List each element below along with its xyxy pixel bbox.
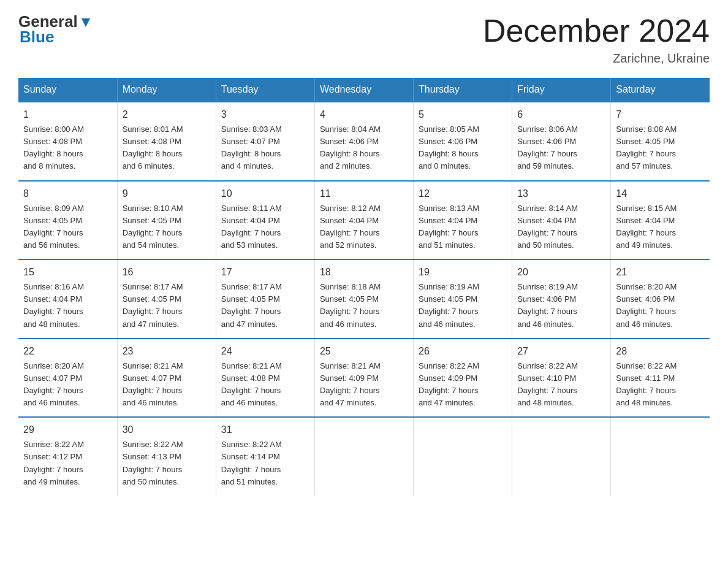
calendar-cell: 15Sunrise: 8:16 AM Sunset: 4:04 PM Dayli… xyxy=(18,259,117,339)
calendar-cell: 23Sunrise: 8:21 AM Sunset: 4:07 PM Dayli… xyxy=(117,339,216,418)
day-info: Sunrise: 8:19 AM Sunset: 4:06 PM Dayligh… xyxy=(517,281,605,331)
calendar-cell: 5Sunrise: 8:05 AM Sunset: 4:06 PM Daylig… xyxy=(414,102,512,181)
calendar-cell: 22Sunrise: 8:20 AM Sunset: 4:07 PM Dayli… xyxy=(18,339,117,418)
weekday-header-friday: Friday xyxy=(512,78,611,102)
calendar-week-row: 8Sunrise: 8:09 AM Sunset: 4:05 PM Daylig… xyxy=(18,181,710,260)
day-info: Sunrise: 8:16 AM Sunset: 4:04 PM Dayligh… xyxy=(23,281,112,331)
day-number: 4 xyxy=(320,107,408,122)
calendar-cell: 28Sunrise: 8:22 AM Sunset: 4:11 PM Dayli… xyxy=(611,339,710,418)
calendar-table: SundayMondayTuesdayWednesdayThursdayFrid… xyxy=(18,78,710,496)
svg-marker-0 xyxy=(82,18,90,27)
day-number: 26 xyxy=(419,344,507,359)
day-info: Sunrise: 8:21 AM Sunset: 4:09 PM Dayligh… xyxy=(320,360,408,410)
day-number: 24 xyxy=(221,344,309,359)
day-info: Sunrise: 8:00 AM Sunset: 4:08 PM Dayligh… xyxy=(23,123,112,173)
day-number: 11 xyxy=(320,186,408,201)
weekday-header-row: SundayMondayTuesdayWednesdayThursdayFrid… xyxy=(18,78,710,102)
day-info: Sunrise: 8:10 AM Sunset: 4:05 PM Dayligh… xyxy=(123,202,211,252)
calendar-cell: 17Sunrise: 8:17 AM Sunset: 4:05 PM Dayli… xyxy=(216,259,314,339)
calendar-cell: 25Sunrise: 8:21 AM Sunset: 4:09 PM Dayli… xyxy=(314,339,413,418)
day-info: Sunrise: 8:05 AM Sunset: 4:06 PM Dayligh… xyxy=(419,123,507,173)
day-number: 19 xyxy=(419,265,507,280)
day-number: 6 xyxy=(517,107,605,122)
day-info: Sunrise: 8:04 AM Sunset: 4:06 PM Dayligh… xyxy=(320,123,408,173)
day-number: 1 xyxy=(23,107,112,122)
day-number: 20 xyxy=(517,265,605,280)
day-number: 2 xyxy=(123,107,211,122)
day-info: Sunrise: 8:22 AM Sunset: 4:14 PM Dayligh… xyxy=(221,439,309,488)
day-info: Sunrise: 8:03 AM Sunset: 4:07 PM Dayligh… xyxy=(221,123,309,173)
calendar-week-row: 15Sunrise: 8:16 AM Sunset: 4:04 PM Dayli… xyxy=(18,259,710,339)
day-info: Sunrise: 8:21 AM Sunset: 4:07 PM Dayligh… xyxy=(123,360,211,410)
day-number: 5 xyxy=(419,107,507,122)
logo: General Blue xyxy=(18,12,93,47)
day-info: Sunrise: 8:20 AM Sunset: 4:06 PM Dayligh… xyxy=(616,281,705,331)
calendar-cell: 8Sunrise: 8:09 AM Sunset: 4:05 PM Daylig… xyxy=(18,181,117,260)
day-number: 23 xyxy=(123,344,211,359)
day-info: Sunrise: 8:12 AM Sunset: 4:04 PM Dayligh… xyxy=(320,202,408,252)
day-info: Sunrise: 8:15 AM Sunset: 4:04 PM Dayligh… xyxy=(616,202,705,252)
day-info: Sunrise: 8:17 AM Sunset: 4:05 PM Dayligh… xyxy=(221,281,309,331)
calendar-cell: 4Sunrise: 8:04 AM Sunset: 4:06 PM Daylig… xyxy=(314,102,413,181)
day-number: 12 xyxy=(419,186,507,201)
calendar-cell: 20Sunrise: 8:19 AM Sunset: 4:06 PM Dayli… xyxy=(512,259,611,339)
calendar-cell: 29Sunrise: 8:22 AM Sunset: 4:12 PM Dayli… xyxy=(18,417,117,496)
calendar-cell: 27Sunrise: 8:22 AM Sunset: 4:10 PM Dayli… xyxy=(512,339,611,418)
calendar-week-row: 1Sunrise: 8:00 AM Sunset: 4:08 PM Daylig… xyxy=(18,102,710,181)
calendar-cell: 16Sunrise: 8:17 AM Sunset: 4:05 PM Dayli… xyxy=(117,259,216,339)
calendar-cell: 24Sunrise: 8:21 AM Sunset: 4:08 PM Dayli… xyxy=(216,339,314,418)
day-info: Sunrise: 8:14 AM Sunset: 4:04 PM Dayligh… xyxy=(517,202,605,252)
weekday-header-tuesday: Tuesday xyxy=(216,78,314,102)
calendar-cell xyxy=(611,417,710,496)
day-info: Sunrise: 8:22 AM Sunset: 4:12 PM Dayligh… xyxy=(23,439,112,488)
day-info: Sunrise: 8:08 AM Sunset: 4:05 PM Dayligh… xyxy=(616,123,705,173)
day-info: Sunrise: 8:17 AM Sunset: 4:05 PM Dayligh… xyxy=(123,281,211,331)
day-info: Sunrise: 8:22 AM Sunset: 4:11 PM Dayligh… xyxy=(616,360,705,410)
calendar-cell: 31Sunrise: 8:22 AM Sunset: 4:14 PM Dayli… xyxy=(216,417,314,496)
day-number: 27 xyxy=(517,344,605,359)
day-number: 15 xyxy=(23,265,112,280)
weekday-header-saturday: Saturday xyxy=(611,78,710,102)
day-info: Sunrise: 8:01 AM Sunset: 4:08 PM Dayligh… xyxy=(123,123,211,173)
calendar-cell xyxy=(414,417,512,496)
calendar-cell: 18Sunrise: 8:18 AM Sunset: 4:05 PM Dayli… xyxy=(314,259,413,339)
weekday-header-sunday: Sunday xyxy=(18,78,117,102)
calendar-title: December 2024 xyxy=(483,12,710,49)
day-info: Sunrise: 8:21 AM Sunset: 4:08 PM Dayligh… xyxy=(221,360,309,410)
calendar-cell: 3Sunrise: 8:03 AM Sunset: 4:07 PM Daylig… xyxy=(216,102,314,181)
calendar-cell: 13Sunrise: 8:14 AM Sunset: 4:04 PM Dayli… xyxy=(512,181,611,260)
calendar-cell: 7Sunrise: 8:08 AM Sunset: 4:05 PM Daylig… xyxy=(611,102,710,181)
day-number: 31 xyxy=(221,423,309,437)
day-number: 18 xyxy=(320,265,408,280)
day-info: Sunrise: 8:22 AM Sunset: 4:09 PM Dayligh… xyxy=(419,360,507,410)
day-number: 22 xyxy=(23,344,112,359)
day-info: Sunrise: 8:19 AM Sunset: 4:05 PM Dayligh… xyxy=(419,281,507,331)
day-info: Sunrise: 8:20 AM Sunset: 4:07 PM Dayligh… xyxy=(23,360,112,410)
calendar-cell: 1Sunrise: 8:00 AM Sunset: 4:08 PM Daylig… xyxy=(18,102,117,181)
calendar-cell: 10Sunrise: 8:11 AM Sunset: 4:04 PM Dayli… xyxy=(216,181,314,260)
day-number: 21 xyxy=(616,265,705,280)
calendar-cell: 12Sunrise: 8:13 AM Sunset: 4:04 PM Dayli… xyxy=(414,181,512,260)
day-number: 17 xyxy=(221,265,309,280)
calendar-week-row: 22Sunrise: 8:20 AM Sunset: 4:07 PM Dayli… xyxy=(18,339,710,418)
calendar-cell: 9Sunrise: 8:10 AM Sunset: 4:05 PM Daylig… xyxy=(117,181,216,260)
day-number: 3 xyxy=(221,107,309,122)
day-info: Sunrise: 8:11 AM Sunset: 4:04 PM Dayligh… xyxy=(221,202,309,252)
day-number: 9 xyxy=(123,186,211,201)
calendar-cell: 26Sunrise: 8:22 AM Sunset: 4:09 PM Dayli… xyxy=(414,339,512,418)
day-number: 14 xyxy=(616,186,705,201)
calendar-cell: 11Sunrise: 8:12 AM Sunset: 4:04 PM Dayli… xyxy=(314,181,413,260)
day-number: 28 xyxy=(616,344,705,359)
weekday-header-monday: Monday xyxy=(117,78,216,102)
page-header: General Blue December 2024 Zarichne, Ukr… xyxy=(18,12,710,66)
day-number: 8 xyxy=(23,186,112,201)
day-number: 29 xyxy=(23,423,112,437)
day-info: Sunrise: 8:09 AM Sunset: 4:05 PM Dayligh… xyxy=(23,202,112,252)
calendar-subtitle: Zarichne, Ukraine xyxy=(483,52,710,66)
calendar-cell xyxy=(314,417,413,496)
day-number: 16 xyxy=(123,265,211,280)
day-info: Sunrise: 8:13 AM Sunset: 4:04 PM Dayligh… xyxy=(419,202,507,252)
calendar-cell: 2Sunrise: 8:01 AM Sunset: 4:08 PM Daylig… xyxy=(117,102,216,181)
calendar-week-row: 29Sunrise: 8:22 AM Sunset: 4:12 PM Dayli… xyxy=(18,417,710,496)
day-info: Sunrise: 8:22 AM Sunset: 4:10 PM Dayligh… xyxy=(517,360,605,410)
